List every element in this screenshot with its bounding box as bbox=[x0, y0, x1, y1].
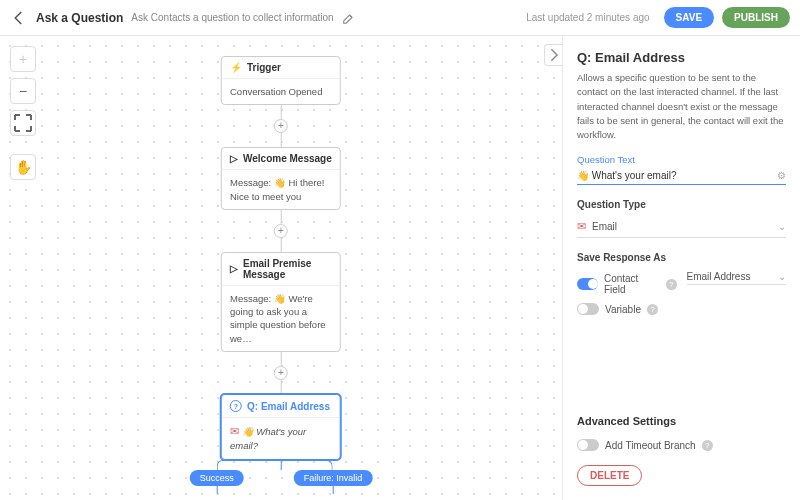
delete-button[interactable]: DELETE bbox=[577, 465, 642, 486]
add-step-button[interactable]: + bbox=[274, 366, 288, 380]
panel-description: Allows a specific question to be sent to… bbox=[577, 71, 786, 142]
save-button[interactable]: SAVE bbox=[664, 7, 715, 28]
timeout-toggle[interactable] bbox=[577, 439, 599, 451]
branch-failure[interactable]: Failure: Invalid + bbox=[294, 470, 373, 500]
contact-field-toggle[interactable] bbox=[577, 278, 598, 290]
node-trigger[interactable]: ⚡Trigger Conversation Opened bbox=[221, 56, 341, 105]
chevron-down-icon: ⌄ bbox=[778, 271, 786, 282]
back-button[interactable] bbox=[10, 9, 28, 27]
gear-icon[interactable]: ⚙ bbox=[777, 170, 786, 181]
node-welcome[interactable]: ▷Welcome Message Message: 👋 Hi there! Ni… bbox=[221, 147, 341, 210]
pan-button[interactable]: ✋ bbox=[10, 154, 36, 180]
chevron-down-icon: ⌄ bbox=[778, 221, 786, 232]
question-text-label: Question Text bbox=[577, 154, 786, 165]
send-icon: ▷ bbox=[230, 263, 238, 274]
question-type-label: Question Type bbox=[577, 199, 786, 210]
publish-button[interactable]: PUBLISH bbox=[722, 7, 790, 28]
add-step-button[interactable]: + bbox=[274, 119, 288, 133]
add-step-button[interactable]: + bbox=[274, 224, 288, 238]
collapse-panel-button[interactable] bbox=[544, 44, 562, 66]
question-type-select[interactable]: ✉ Email ⌄ bbox=[577, 216, 786, 238]
edit-icon[interactable] bbox=[342, 11, 356, 25]
lightning-icon: ⚡ bbox=[230, 62, 242, 73]
zoom-fit-button[interactable] bbox=[10, 110, 36, 136]
email-icon: ✉ bbox=[577, 220, 586, 233]
page-subtitle: Ask Contacts a question to collect infor… bbox=[131, 12, 333, 23]
panel-title: Q: Email Address bbox=[577, 50, 786, 65]
properties-panel: Q: Email Address Allows a specific quest… bbox=[562, 36, 800, 500]
node-question[interactable]: ?Q: Email Address ✉ 👋 What's your email? bbox=[221, 394, 341, 460]
advanced-settings-label: Advanced Settings bbox=[577, 415, 786, 427]
branch-success[interactable]: Success + bbox=[190, 470, 244, 500]
node-premise[interactable]: ▷Email Premise Message Message: 👋 We're … bbox=[221, 252, 341, 352]
help-icon[interactable]: ? bbox=[666, 279, 676, 290]
email-icon: ✉ bbox=[230, 425, 239, 437]
help-icon[interactable]: ? bbox=[647, 304, 658, 315]
question-text-input[interactable]: 👋 What's your email? ⚙ bbox=[577, 167, 786, 185]
save-response-label: Save Response As bbox=[577, 252, 786, 263]
page-title: Ask a Question bbox=[36, 11, 123, 25]
workflow-canvas[interactable]: + − ✋ ⚡Trigger Conversation Opened + ▷We… bbox=[0, 36, 562, 500]
contact-field-select[interactable]: Email Address ⌄ bbox=[687, 269, 787, 285]
question-icon: ? bbox=[230, 400, 242, 412]
zoom-in-button[interactable]: + bbox=[10, 46, 36, 72]
send-icon: ▷ bbox=[230, 153, 238, 164]
variable-toggle[interactable] bbox=[577, 303, 599, 315]
zoom-out-button[interactable]: − bbox=[10, 78, 36, 104]
help-icon[interactable]: ? bbox=[702, 440, 713, 451]
last-updated: Last updated 2 minutes ago bbox=[526, 12, 649, 23]
